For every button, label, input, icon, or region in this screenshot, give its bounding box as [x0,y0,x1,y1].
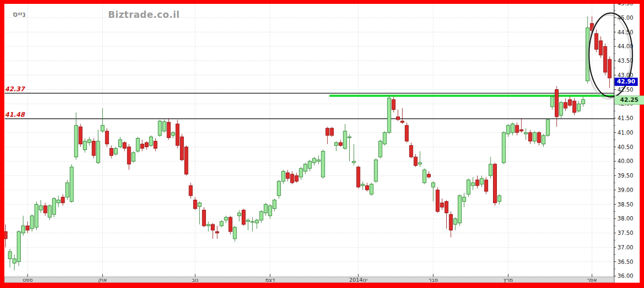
candlestick-up [348,137,351,138]
candlestick-up [260,211,263,220]
y-axis-tick-label: 39.50 [617,172,633,179]
candlestick-up [304,164,307,171]
candlestick-down [484,180,488,192]
candlestick-up [498,196,501,202]
y-axis-tick-label: 37.00 [617,244,633,251]
candlestick-up [453,219,457,224]
candlestick-down [4,232,7,239]
candlestick-down [356,167,360,187]
candlestick-up [511,124,514,133]
candlestick-up [546,120,549,136]
candlestick-down [529,133,532,141]
candlestick-up [96,141,100,163]
candlestick-down [449,214,452,230]
candlestick-up [220,221,223,226]
candlestick-down [427,174,430,177]
candlestick-up [387,98,391,132]
candlestick-up [119,140,122,147]
candlestick-down [401,121,404,123]
candlestick-up [22,226,25,233]
candlestick-up [471,183,475,186]
red-frame-top [0,0,644,4]
candlestick-up [560,102,563,115]
y-axis-tick-label: 39.00 [617,187,633,193]
candlestick-up [550,96,554,107]
candlestick-down [176,124,179,146]
y-axis-tick-label: 41.00 [617,129,633,136]
candlestick-down [493,164,497,203]
candlestick-up [237,213,241,216]
last-price-tag: 42.90 [615,78,638,86]
candlestick-down [564,102,567,108]
chart-page: 36.0036.5037.0037.5038.0038.5039.0039.50… [0,0,644,288]
y-axis-tick-label: 36.00 [617,273,633,279]
candlestick-down [555,90,559,117]
candlestick-down [445,202,448,213]
candlestick-down [573,101,576,112]
resistance-level-label-lower: 41.48 [5,111,25,118]
x-axis-bar [4,277,614,283]
candlestick-down [595,33,598,49]
candlestick-up [542,136,545,144]
red-frame-left [0,0,4,288]
candlestick-up [101,125,104,131]
candlestick-up [308,161,312,168]
candlestick-down [105,131,109,144]
candlestick-up [198,203,201,207]
y-axis-tick-label: 40.00 [617,158,633,165]
candlestick-up [502,133,506,163]
candlestick-down [61,197,65,203]
candlestick-down [216,232,219,233]
candlestick-up [361,184,364,186]
candlestick-down [603,46,607,72]
y-axis-tick-label: 36.50 [617,259,633,265]
candlestick-up [577,104,580,111]
candlestick-up [251,221,254,222]
candlestick-up [114,148,118,154]
candlestick-up [507,125,510,134]
candlestick-up [132,152,135,161]
instrument-name: נייס [13,10,26,19]
candlestick-up [88,140,91,143]
candlestick-up [39,206,42,210]
candlestick-up [83,141,87,150]
candlestick-up [467,180,470,194]
y-axis-tick-label: 44.00 [617,43,633,50]
candlestick-up [150,137,153,146]
candlestick-up [458,196,461,223]
candlestick-down [286,173,289,178]
candlestick-down [290,174,294,183]
y-axis-tick-label: 41.50 [617,115,633,122]
candlestick-up [8,252,12,259]
candlestick-down [167,122,170,137]
candlestick-down [476,180,479,186]
candlestick-down [365,186,369,190]
candlestick-up [13,259,16,263]
candlestick-down [568,99,572,105]
candlestick-down [396,117,399,120]
candlestick-down [185,147,188,175]
candlestick-up [299,168,302,177]
candlestick-up [17,232,20,261]
candlestick-up [171,133,175,136]
candlestick-up [158,121,162,136]
candlestick-up [53,199,56,215]
candlestick-up [352,161,356,163]
candlestick-down [180,137,184,160]
candlestick-down [79,127,82,144]
candlestick-down [537,133,541,143]
candlestick-up [489,164,492,176]
resistance-level-label-upper: 42.37 [5,85,25,93]
candlestick-up [264,205,267,213]
candlestick-down [392,99,395,110]
candlestick-down [330,128,333,136]
candlestick-up [74,125,78,157]
candlestick-up [66,183,69,197]
candlestick-up [233,227,236,239]
candlestick-down [599,41,603,55]
y-axis-tick-label: 38.00 [617,215,633,222]
candlestick-down [202,210,206,226]
candlestick-chart[interactable]: 36.0036.5037.0037.5038.0038.5039.0039.50… [0,0,644,288]
candlestick-up [423,170,426,183]
candlestick-up [30,216,34,229]
